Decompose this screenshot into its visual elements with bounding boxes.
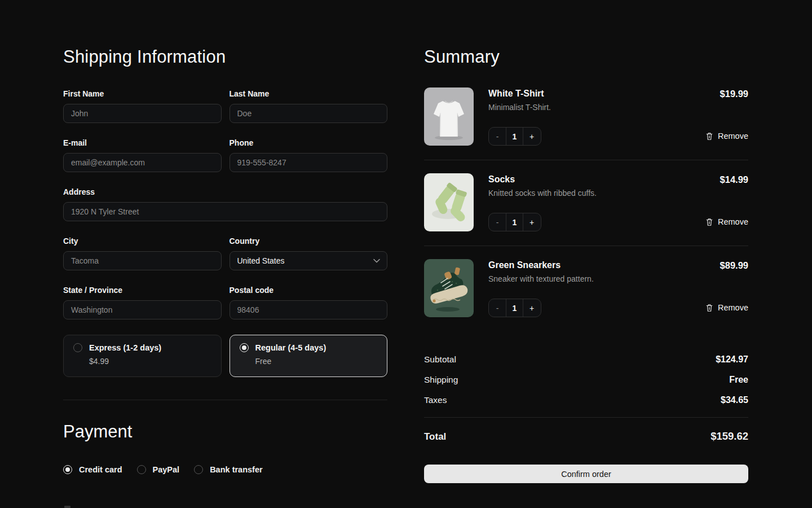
decrease-quantity-button[interactable]: - — [489, 299, 506, 317]
item-side: $19.99 Remove — [705, 87, 748, 146]
city-input[interactable] — [63, 251, 222, 270]
shipping-option-express[interactable]: Express (1-2 days) $4.99 — [63, 335, 222, 377]
increase-quantity-button[interactable]: + — [523, 299, 540, 317]
shipping-title: Shipping Information — [63, 47, 387, 67]
trash-icon — [705, 218, 713, 226]
shipping-option-regular-price: Free — [255, 357, 378, 366]
shipping-option-express-label: Express (1-2 days) — [89, 343, 161, 352]
city-label: City — [63, 237, 222, 246]
shipping-value: Free — [729, 375, 748, 385]
phone-field-group: Phone — [230, 138, 388, 172]
payment-method-credit-card[interactable]: Credit card — [63, 465, 122, 474]
email-label: E-mail — [63, 138, 222, 147]
increase-quantity-button[interactable]: + — [523, 128, 540, 145]
chevron-down-icon — [373, 259, 380, 263]
payment-methods: Credit card PayPal Bank transfer — [63, 465, 387, 474]
subtotal-value: $124.97 — [716, 354, 748, 365]
shipping-form: First Name Last Name E-mail Phone Addres… — [63, 89, 387, 319]
shipping-label: Shipping — [424, 375, 458, 385]
phone-input[interactable] — [230, 153, 388, 172]
trash-icon — [705, 132, 713, 141]
total-value: $159.62 — [710, 430, 748, 443]
email-input[interactable] — [63, 153, 222, 172]
item-price: $19.99 — [720, 89, 748, 99]
state-label: State / Province — [63, 286, 222, 295]
quantity-value: 1 — [506, 213, 523, 231]
taxes-value: $34.65 — [721, 395, 748, 405]
decrease-quantity-button[interactable]: - — [489, 128, 506, 145]
green-sneaker-image — [424, 259, 474, 317]
taxes-row: Taxes $34.65 — [424, 395, 748, 405]
decrease-quantity-button[interactable]: - — [489, 213, 506, 231]
postal-field-group: Postal code — [230, 286, 388, 319]
quantity-stepper[interactable]: - 1 + — [488, 213, 541, 231]
first-name-input[interactable] — [63, 104, 222, 123]
last-name-label: Last Name — [230, 89, 388, 98]
country-field-group: Country United States — [230, 237, 388, 270]
green-socks-image — [424, 173, 474, 231]
shipping-section: Shipping Information First Name Last Nam… — [63, 0, 387, 474]
totals-divider — [424, 417, 748, 418]
payment-title: Payment — [63, 422, 387, 442]
email-field-group: E-mail — [63, 138, 222, 172]
radio-unselected-icon[interactable] — [137, 465, 146, 474]
remove-item-button[interactable]: Remove — [705, 303, 748, 312]
cart-item-socks: Socks Knitted socks with ribbed cuffs. -… — [424, 160, 748, 246]
cart-list: White T-Shirt Minimalist T-Shirt. - 1 + … — [424, 67, 748, 331]
item-info: Green Snearkers Sneaker with textured pa… — [488, 259, 691, 317]
cart-item-green-sneakers: Green Snearkers Sneaker with textured pa… — [424, 246, 748, 331]
item-side: $14.99 Remove — [705, 173, 748, 231]
radio-unselected-icon[interactable] — [73, 343, 82, 352]
shipping-option-express-price: $4.99 — [89, 357, 211, 366]
address-field-group: Address — [63, 187, 387, 221]
phone-label: Phone — [230, 138, 388, 147]
payment-method-bank-transfer[interactable]: Bank transfer — [194, 465, 262, 474]
shipping-row: Shipping Free — [424, 375, 748, 385]
cart-item-white-tshirt: White T-Shirt Minimalist T-Shirt. - 1 + … — [424, 67, 748, 160]
item-info: White T-Shirt Minimalist T-Shirt. - 1 + — [488, 87, 691, 146]
country-select-value: United States — [237, 256, 285, 265]
quantity-stepper[interactable]: - 1 + — [488, 127, 541, 146]
item-price: $89.99 — [720, 260, 748, 271]
quantity-value: 1 — [506, 299, 523, 317]
remove-label: Remove — [718, 132, 748, 141]
item-description: Minimalist T-Shirt. — [488, 103, 691, 112]
state-field-group: State / Province — [63, 286, 222, 319]
city-field-group: City — [63, 237, 222, 270]
totals-block: Subtotal $124.97 Shipping Free Taxes $34… — [424, 354, 748, 405]
item-name: White T-Shirt — [488, 89, 691, 99]
shipping-option-regular-label: Regular (4-5 days) — [255, 343, 326, 352]
summary-section: Summary White T-Shirt Minimalist T-Shirt… — [424, 0, 748, 483]
subtotal-row: Subtotal $124.97 — [424, 354, 748, 365]
payment-method-paypal[interactable]: PayPal — [137, 465, 180, 474]
confirm-order-button[interactable]: Confirm order — [424, 465, 748, 483]
summary-title: Summary — [424, 47, 748, 67]
item-description: Sneaker with textured pattern. — [488, 274, 691, 283]
remove-item-button[interactable]: Remove — [705, 217, 748, 226]
radio-selected-icon[interactable] — [63, 465, 72, 474]
postal-input[interactable] — [230, 300, 388, 319]
item-side: $89.99 Remove — [705, 259, 748, 317]
country-select[interactable]: United States — [230, 251, 388, 270]
trash-icon — [705, 304, 713, 312]
increase-quantity-button[interactable]: + — [523, 213, 540, 231]
radio-selected-icon[interactable] — [240, 343, 249, 352]
shipping-option-regular[interactable]: Regular (4-5 days) Free — [230, 335, 388, 377]
postal-label: Postal code — [230, 286, 388, 295]
radio-unselected-icon[interactable] — [194, 465, 203, 474]
remove-label: Remove — [718, 217, 748, 226]
address-input[interactable] — [63, 202, 387, 221]
taxes-label: Taxes — [424, 395, 447, 405]
cutoff-text-artifact — [64, 506, 70, 508]
quantity-stepper[interactable]: - 1 + — [488, 299, 541, 317]
country-label: Country — [230, 237, 388, 246]
shipping-options: Express (1-2 days) $4.99 Regular (4-5 da… — [63, 335, 387, 377]
first-name-label: First Name — [63, 89, 222, 98]
total-row: Total $159.62 — [424, 430, 748, 443]
last-name-input[interactable] — [230, 104, 388, 123]
remove-label: Remove — [718, 303, 748, 312]
remove-item-button[interactable]: Remove — [705, 132, 748, 141]
state-input[interactable] — [63, 300, 222, 319]
item-description: Knitted socks with ribbed cuffs. — [488, 189, 691, 198]
item-name: Socks — [488, 174, 691, 185]
